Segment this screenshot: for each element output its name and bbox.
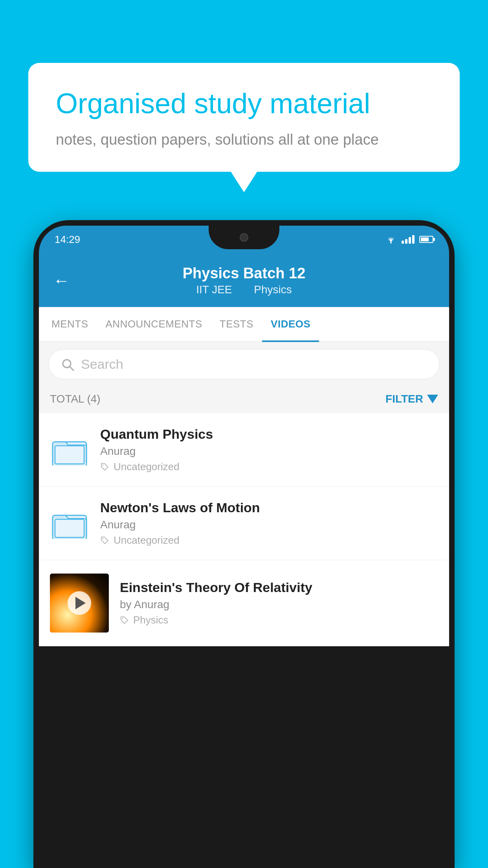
status-time: 14:29 [55,234,80,246]
search-input[interactable]: Search [81,357,123,372]
play-button[interactable] [68,591,91,615]
video-title: Newton's Laws of Motion [100,500,438,515]
folder-icon [52,508,87,539]
header-subtitle: IIT JEE Physics [183,283,306,296]
video-list: Quantum Physics Anurag Uncategorized [39,413,449,646]
video-info: Newton's Laws of Motion Anurag Uncategor… [100,500,438,546]
header-subtitle-right: Physics [254,283,292,296]
phone-notch [209,226,279,249]
video-author: by Anurag [120,598,438,611]
video-title: Quantum Physics [100,427,438,442]
video-info: Quantum Physics Anurag Uncategorized [100,427,438,473]
video-info: Einstein's Theory Of Relativity by Anura… [120,580,438,626]
video-tag: Uncategorized [114,461,180,473]
battery-icon [419,236,433,243]
tab-videos[interactable]: VIDEOS [262,307,319,341]
header-title: Physics Batch 12 [183,265,306,282]
total-label: TOTAL (4) [50,393,101,405]
speech-bubble-title: Organised study material [56,86,432,120]
tag-icon [120,616,129,625]
back-button[interactable]: ← [53,271,70,290]
tab-ments[interactable]: MENTS [43,307,97,341]
svg-rect-7 [55,519,84,537]
svg-point-5 [103,464,104,465]
signal-bars-icon [402,235,415,244]
tag-icon [100,462,110,472]
folder-icon [52,434,87,465]
camera-dot [240,233,248,242]
status-bar: 14:29 [39,226,449,253]
phone-screen: ← Physics Batch 12 IIT JEE Physics MENTS… [39,253,449,646]
list-item[interactable]: Einstein's Theory Of Relativity by Anura… [39,560,449,646]
header-title-group: Physics Batch 12 IIT JEE Physics [183,265,306,296]
svg-line-2 [70,366,73,370]
play-icon [75,597,86,609]
svg-point-0 [390,242,392,244]
phone-frame: 14:29 [33,220,455,868]
wifi-icon [385,235,397,244]
search-icon [61,357,75,371]
folder-icon-wrap [50,504,89,543]
filter-button[interactable]: FILTER [385,393,438,405]
filter-row: TOTAL (4) FILTER [39,386,449,413]
tag-icon [100,536,110,545]
app-header: ← Physics Batch 12 IIT JEE Physics [39,253,449,307]
svg-rect-4 [55,446,84,464]
speech-bubble-subtitle: notes, question papers, solutions all at… [56,131,432,148]
folder-icon-wrap [50,430,89,469]
list-item[interactable]: Quantum Physics Anurag Uncategorized [39,413,449,487]
svg-point-9 [122,618,123,619]
video-author: Anurag [100,519,438,531]
search-input-container[interactable]: Search [48,349,440,379]
video-title: Einstein's Theory Of Relativity [120,580,438,595]
list-item[interactable]: Newton's Laws of Motion Anurag Uncategor… [39,487,449,560]
video-tag-row: Uncategorized [100,461,438,473]
tab-tests[interactable]: TESTS [211,307,262,341]
filter-label: FILTER [385,393,423,405]
header-subtitle-left: IIT JEE [196,283,232,296]
tab-announcements[interactable]: ANNOUNCEMENTS [97,307,211,341]
video-tag-row: Uncategorized [100,534,438,546]
video-thumbnail [50,574,109,633]
speech-bubble: Organised study material notes, question… [28,63,460,172]
speech-bubble-container: Organised study material notes, question… [28,63,460,172]
search-bar-wrapper: Search [39,342,449,386]
video-author: Anurag [100,445,438,458]
video-tag-row: Physics [120,614,438,626]
video-tag: Uncategorized [114,534,180,546]
tabs-bar: MENTS ANNOUNCEMENTS TESTS VIDEOS [39,307,449,342]
filter-icon [427,395,438,403]
svg-point-8 [103,538,104,539]
video-tag: Physics [133,614,169,626]
status-icons [385,235,433,244]
